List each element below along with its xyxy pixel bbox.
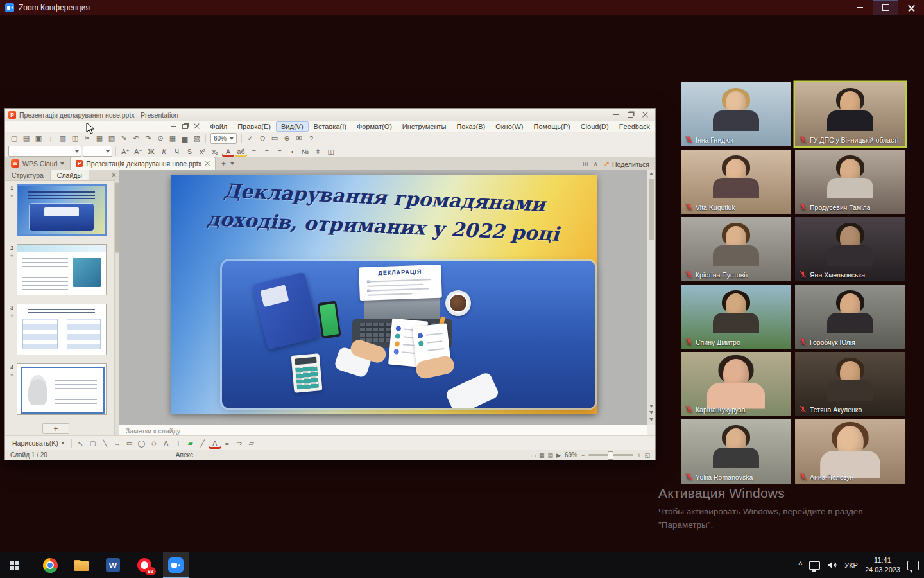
document-tab[interactable]: P Презентація декларування нове.pptx	[70, 157, 216, 170]
align-center-icon[interactable]: ≡	[261, 146, 273, 157]
slide-thumbnail-row[interactable]: 2 ★	[7, 244, 115, 294]
participant-tile[interactable]: Каріна Кукуруза	[681, 352, 791, 416]
tab-outline[interactable]: Структура	[5, 170, 51, 180]
menu-item[interactable]: Cloud(D)	[576, 121, 614, 132]
hyperlink-icon[interactable]: ⊕	[281, 133, 293, 144]
highlight-icon[interactable]: аб	[235, 146, 247, 157]
menu-item[interactable]: Файл	[205, 121, 232, 132]
scroll-down-icon[interactable]	[649, 418, 653, 421]
previous-slide-icon[interactable]	[649, 405, 653, 408]
align-right-icon[interactable]: ≡	[273, 146, 286, 157]
next-slide-icon[interactable]	[649, 411, 653, 414]
minimize-button[interactable]	[847, 0, 873, 15]
strikethrough-icon[interactable]: S	[184, 146, 196, 157]
doc-minimize-button[interactable]	[168, 123, 179, 130]
close-panel-icon[interactable]	[112, 173, 116, 177]
language-indicator[interactable]: УКР	[844, 561, 858, 569]
slide-thumbnail-row[interactable]: 3 ★	[7, 304, 115, 354]
help-icon[interactable]: ?	[305, 133, 317, 144]
format-painter-icon[interactable]: ✎	[118, 133, 130, 144]
slide-thumbnail[interactable]	[17, 363, 107, 415]
menu-item[interactable]: Feedback	[614, 121, 655, 132]
bold-icon[interactable]: Ж	[145, 146, 157, 157]
close-button[interactable]	[898, 0, 924, 15]
zoom-in-button[interactable]: +	[637, 452, 640, 459]
underline-icon[interactable]: Ч	[171, 146, 183, 157]
slide-canvas[interactable]: Декларування громадянами доходів, отрима…	[171, 175, 597, 414]
fit-slide-button[interactable]: ◱	[644, 452, 650, 459]
print-preview-icon[interactable]: ◫	[69, 133, 81, 144]
draw-menu-button[interactable]: Нарисовать(K)	[9, 439, 68, 448]
menu-item[interactable]: Формат(O)	[352, 121, 397, 132]
doc-restore-button[interactable]	[180, 123, 191, 130]
find-replace-icon[interactable]: ⊙	[155, 133, 166, 144]
taskbar-chrome-button[interactable]	[37, 552, 63, 578]
participant-tile[interactable]: Крістіна Пустовіт	[681, 217, 791, 281]
export-pdf-icon[interactable]: ↓	[45, 133, 56, 144]
new-icon[interactable]: ▢	[8, 133, 20, 144]
rectangle-icon[interactable]: ▭	[124, 438, 135, 449]
font-increase-icon[interactable]: А⁺	[119, 146, 132, 157]
symbol-icon[interactable]: Ω	[257, 133, 268, 144]
volume-icon[interactable]	[827, 561, 837, 570]
text-color-icon[interactable]: А	[209, 438, 221, 449]
bullets-icon[interactable]: •	[286, 146, 298, 157]
insert-table-icon[interactable]: ▦	[167, 133, 178, 144]
participant-tile[interactable]: Спину Дмитро	[681, 285, 791, 349]
textbox-icon[interactable]: A	[160, 438, 172, 449]
slide-thumbnail-row[interactable]: 4 ★	[7, 363, 115, 414]
wps-minimize-button[interactable]	[609, 110, 622, 119]
tray-expand-icon[interactable]: ^	[799, 560, 803, 569]
notes-view-icon[interactable]: ▤	[548, 452, 554, 459]
ellipse-icon[interactable]: ◯	[136, 438, 148, 449]
line-style-icon[interactable]: ≡	[221, 438, 233, 449]
menu-item[interactable]: Окно(W)	[490, 121, 528, 132]
superscript-icon[interactable]: x²	[196, 146, 209, 157]
align-left-icon[interactable]: ≡	[248, 146, 260, 157]
participant-tile[interactable]: Анна Полозун	[795, 419, 905, 484]
font-color-icon[interactable]: А	[222, 146, 234, 157]
redo-icon[interactable]: ↷	[142, 133, 154, 144]
slide-thumbnail[interactable]	[17, 304, 107, 355]
play-slideshow-icon[interactable]: ▶	[556, 452, 561, 459]
comment-icon[interactable]: ✉	[293, 133, 305, 144]
wps-close-button[interactable]	[638, 110, 652, 119]
font-size-select[interactable]	[83, 146, 112, 157]
action-center-icon[interactable]	[907, 561, 919, 570]
normal-view-icon[interactable]: ▭	[530, 452, 536, 459]
italic-icon[interactable]: К	[158, 146, 170, 157]
maximize-button[interactable]	[873, 0, 898, 15]
share-button[interactable]: ↗ Поделиться	[604, 160, 649, 168]
tab-slides[interactable]: Слайды	[51, 170, 89, 180]
menu-item[interactable]: Помощь(P)	[529, 121, 576, 132]
slide-thumbnail[interactable]	[17, 184, 107, 236]
participant-tile[interactable]: Тетяна Акуленко	[795, 352, 905, 416]
participant-tile[interactable]: ГУ ДПС у Вінницькій області	[795, 82, 905, 146]
menu-item[interactable]: Вид(V)	[276, 121, 309, 132]
zoom-slider[interactable]	[588, 454, 633, 456]
thumbnail-scrollbar[interactable]	[114, 180, 119, 436]
start-button[interactable]	[0, 552, 30, 578]
zoom-select[interactable]: 60%	[210, 133, 237, 144]
line-spacing-icon[interactable]: ⇕	[312, 146, 324, 157]
taskbar-explorer-button[interactable]	[69, 552, 94, 578]
copy-icon[interactable]: ▦	[94, 133, 105, 144]
zoom-out-button[interactable]: −	[581, 452, 585, 459]
slide-scrollbar[interactable]	[647, 170, 655, 425]
arrow-style-icon[interactable]: ⇒	[234, 438, 245, 449]
subscript-icon[interactable]: x₂	[209, 146, 221, 157]
arrow-icon[interactable]: →	[112, 438, 123, 449]
slide-sorter-icon[interactable]: ▦	[539, 452, 545, 459]
shadow-icon[interactable]: ▱	[246, 438, 257, 449]
participant-tile[interactable]: Vita Kugutiuk	[681, 150, 791, 214]
new-tab-button[interactable]: +	[218, 158, 229, 169]
font-decrease-icon[interactable]: А⁻	[132, 146, 144, 157]
font-family-select[interactable]	[8, 146, 81, 157]
flowchart-icon[interactable]: ◇	[148, 438, 160, 449]
line-icon[interactable]: ╲	[99, 438, 111, 449]
menu-item[interactable]: Показ(B)	[451, 121, 490, 132]
layout-icon[interactable]: ⊞	[583, 161, 588, 168]
taskbar-clock[interactable]: 11:41 24.03.2023	[865, 556, 900, 575]
slide-thumbnail-row[interactable]: 1 ★	[7, 184, 115, 234]
numbering-icon[interactable]: №	[299, 146, 311, 157]
